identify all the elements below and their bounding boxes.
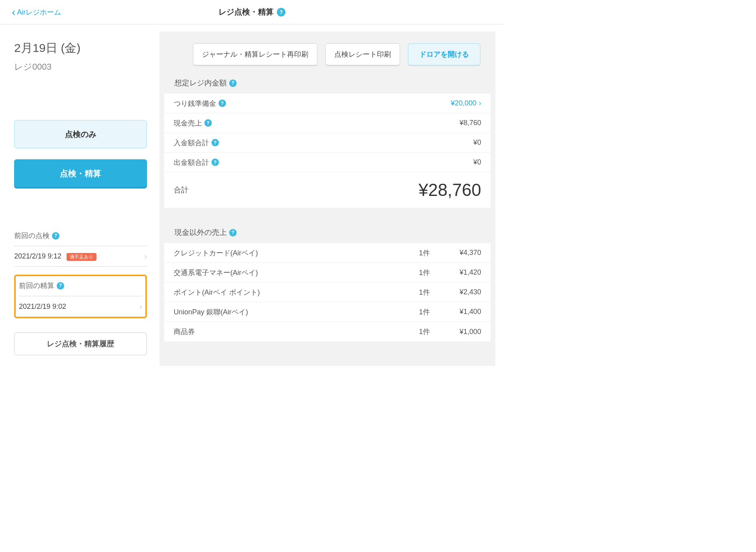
check-only-button[interactable]: 点検のみ (14, 120, 147, 148)
withdrawal-value: ¥0 (473, 158, 481, 166)
noncash-name: 商品券 (174, 327, 398, 336)
total-value: ¥28,760 (419, 180, 481, 200)
help-icon[interactable]: ? (211, 139, 219, 146)
expected-cash-box: つり銭準備金 ? ¥20,000 › 現金売上 ? ¥8,76 (164, 94, 491, 208)
prev-check-label: 前回の点検 ? (14, 231, 147, 246)
total-row: 合計 ¥28,760 (164, 172, 491, 208)
noncash-row: ポイント(Airペイ ポイント) 1件 ¥2,430 (164, 282, 491, 302)
withdrawal-row: 出金額合計 ? ¥0 (164, 153, 491, 172)
noncash-name: 交通系電子マネー(Airペイ) (174, 268, 398, 277)
prev-check-row[interactable]: 2021/2/19 9:12 過不足あり › (14, 246, 147, 267)
noncash-amount: ¥2,430 (430, 288, 481, 296)
help-icon[interactable]: ? (52, 232, 59, 240)
chevron-left-icon: ‹ (12, 6, 15, 18)
main-panel: ジャーナル・精算レシート再印刷 点検レシート印刷 ドロアを開ける 想定レジ内金額… (159, 31, 495, 366)
noncash-amount: ¥4,370 (430, 249, 481, 257)
change-fund-row: つり銭準備金 ? ¥20,000 › (164, 94, 491, 113)
date-label: 2月19日 (金) (14, 40, 147, 56)
prev-settle-highlight: 前回の精算 ? 2021/2/19 9:02 › (14, 275, 147, 318)
help-icon[interactable]: ? (277, 8, 285, 17)
help-icon[interactable]: ? (57, 282, 64, 290)
noncash-row: クレジットカード(Airペイ) 1件 ¥4,370 (164, 243, 491, 263)
expected-cash-title: 想定レジ内金額 ? (162, 78, 493, 94)
page-title: レジ点検・精算 ? (219, 7, 285, 17)
shortage-badge: 過不足あり (67, 253, 96, 261)
history-button[interactable]: レジ点検・精算履歴 (14, 332, 147, 355)
cash-sales-row: 現金売上 ? ¥8,760 (164, 113, 491, 133)
noncash-name: クレジットカード(Airペイ) (174, 248, 398, 258)
chevron-right-icon: › (144, 252, 147, 261)
help-icon[interactable]: ? (219, 100, 226, 107)
deposit-row: 入金額合計 ? ¥0 (164, 133, 491, 153)
main: ジャーナル・精算レシート再印刷 点検レシート印刷 ドロアを開ける 想定レジ内金額… (156, 24, 504, 366)
noncash-count: 1件 (398, 268, 430, 277)
noncash-box: クレジットカード(Airペイ) 1件 ¥4,370 交通系電子マネー(Airペイ… (164, 243, 491, 342)
prev-settle-label-text: 前回の精算 (19, 281, 54, 290)
chevron-right-icon: › (479, 99, 481, 107)
noncash-title: 現金以外の売上 ? (162, 227, 493, 243)
change-fund-label: つり銭準備金 (174, 99, 216, 108)
prev-settle-label: 前回の精算 ? (19, 281, 142, 296)
cash-sales-label: 現金売上 (174, 118, 202, 128)
noncash-amount: ¥1,400 (430, 308, 481, 316)
open-drawer-button[interactable]: ドロアを開ける (408, 43, 480, 65)
prev-check-time: 2021/2/19 9:12 (14, 252, 61, 260)
deposit-value: ¥0 (473, 138, 481, 147)
help-icon[interactable]: ? (204, 119, 212, 127)
noncash-row: 交通系電子マネー(Airペイ) 1件 ¥1,420 (164, 263, 491, 282)
noncash-title-text: 現金以外の売上 (174, 227, 227, 238)
noncash-name: UnionPay 銀聯(Airペイ) (174, 307, 398, 317)
noncash-amount: ¥1,000 (430, 328, 481, 336)
cash-sales-value: ¥8,760 (460, 119, 481, 127)
prev-settle-time: 2021/2/19 9:02 (19, 303, 66, 311)
noncash-name: ポイント(Airペイ ポイント) (174, 288, 398, 297)
noncash-row: 商品券 1件 ¥1,000 (164, 322, 491, 342)
noncash-count: 1件 (398, 248, 430, 258)
total-label: 合計 (174, 185, 189, 195)
header: ‹ Airレジホーム レジ点検・精算 ? (0, 0, 504, 24)
chevron-right-icon: › (139, 302, 142, 311)
check-settle-button[interactable]: 点検・精算 (14, 159, 147, 188)
deposit-label: 入金額合計 (174, 138, 209, 148)
change-fund-value: ¥20,000 (451, 99, 476, 107)
help-icon[interactable]: ? (229, 79, 237, 87)
help-icon[interactable]: ? (229, 229, 237, 236)
noncash-count: 1件 (398, 288, 430, 297)
page-title-text: レジ点検・精算 (219, 7, 274, 17)
noncash-amount: ¥1,420 (430, 268, 481, 277)
prev-check-label-text: 前回の点検 (14, 231, 50, 240)
noncash-count: 1件 (398, 307, 430, 317)
change-fund-value-link[interactable]: ¥20,000 › (451, 99, 481, 107)
withdrawal-label: 出金額合計 (174, 158, 209, 167)
help-icon[interactable]: ? (211, 159, 219, 166)
sidebar: 2月19日 (金) レジ0003 点検のみ 点検・精算 前回の点検 ? 2021… (0, 24, 156, 366)
prev-settle-row[interactable]: 2021/2/19 9:02 › (19, 296, 142, 317)
register-label: レジ0003 (14, 61, 147, 73)
back-label: Airレジホーム (17, 7, 61, 17)
noncash-row: UnionPay 銀聯(Airペイ) 1件 ¥1,400 (164, 302, 491, 322)
expected-cash-title-text: 想定レジ内金額 (174, 78, 227, 88)
back-link[interactable]: ‹ Airレジホーム (0, 6, 61, 18)
noncash-count: 1件 (398, 327, 430, 336)
reprint-button[interactable]: ジャーナル・精算レシート再印刷 (193, 43, 317, 65)
print-check-button[interactable]: 点検レシート印刷 (325, 43, 400, 65)
